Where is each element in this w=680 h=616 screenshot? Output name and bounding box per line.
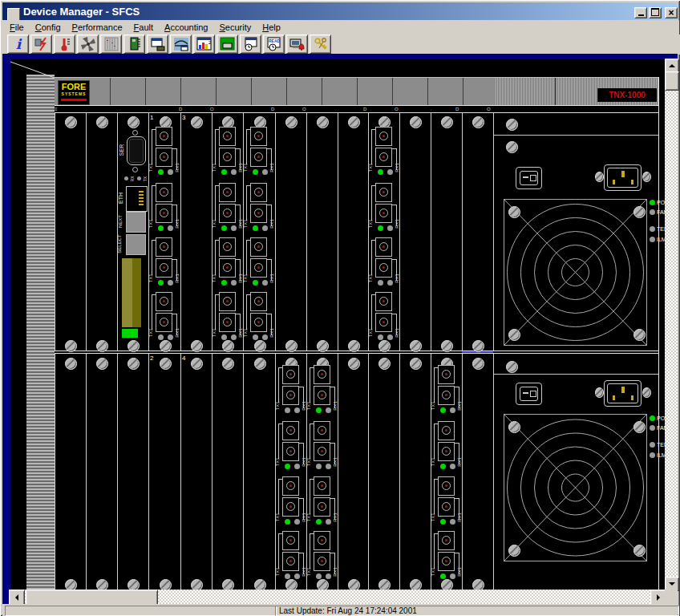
fiber-connector[interactable] [156, 148, 172, 167]
menu-performance[interactable]: Performance [67, 21, 128, 34]
fiber-connector[interactable] [156, 292, 172, 311]
port-module[interactable]: TX1RX1 [369, 183, 399, 233]
toolbar-button-read-timer[interactable]: READ [263, 34, 285, 54]
fiber-connector[interactable] [250, 313, 267, 332]
toolbar-button-security-keys[interactable] [310, 34, 331, 54]
scroll-left-button[interactable] [9, 590, 25, 606]
slot-lower-14[interactable] [463, 354, 493, 590]
slot-upper-10[interactable] [338, 113, 369, 351]
vertical-scroll-thumb[interactable] [665, 71, 679, 91]
toolbar-button-statistics[interactable]: 2 [193, 34, 215, 54]
port-module[interactable]: TX1RX1 [212, 237, 242, 287]
port-module[interactable]: TX1RX1 [276, 421, 306, 471]
scroll-right-button[interactable] [650, 590, 666, 606]
port-module[interactable]: TX1RX1 [244, 237, 273, 287]
fiber-connector[interactable] [282, 497, 299, 517]
slot-lower-7[interactable] [244, 354, 274, 590]
toolbar-button-connection[interactable] [30, 34, 52, 54]
slot-lower-12[interactable] [400, 354, 431, 590]
fiber-connector[interactable] [156, 237, 172, 257]
slot-lower-5[interactable] [181, 354, 212, 590]
port-module[interactable]: TX1RX1 [276, 365, 306, 415]
port-module[interactable]: TX1RX1 [212, 127, 242, 176]
fiber-connector[interactable] [438, 365, 455, 384]
fiber-connector[interactable] [219, 313, 236, 332]
fiber-connector[interactable] [375, 313, 392, 332]
fiber-connector[interactable] [375, 183, 392, 202]
port-module[interactable]: TX1RX1 [149, 127, 179, 176]
fiber-connector[interactable] [282, 552, 299, 571]
power-switch[interactable] [516, 167, 542, 189]
fiber-connector[interactable] [375, 127, 392, 146]
fiber-connector[interactable] [375, 258, 392, 278]
fiber-connector[interactable] [314, 386, 330, 405]
port-module[interactable]: TX1RX1 [431, 365, 461, 415]
fiber-connector[interactable] [250, 204, 267, 223]
fiber-connector[interactable] [438, 386, 455, 405]
horizontal-scroll-thumb[interactable] [26, 590, 158, 606]
fiber-connector[interactable] [438, 531, 455, 550]
slot-upper-14[interactable] [463, 113, 493, 351]
menu-accounting[interactable]: Accounting [159, 21, 213, 34]
menu-fault[interactable]: Fault [128, 21, 159, 34]
toolbar-button-temperature[interactable] [54, 34, 75, 54]
fiber-connector[interactable] [375, 204, 392, 223]
fiber-connector[interactable] [219, 204, 236, 223]
toolbar-button-fan[interactable] [77, 34, 99, 54]
port-module[interactable]: TX1RX1 [431, 476, 461, 526]
fiber-connector[interactable] [438, 442, 455, 461]
fiber-connector[interactable] [156, 313, 172, 332]
slot-lower-4[interactable] [149, 354, 180, 590]
app-icon[interactable] [7, 8, 20, 21]
fiber-connector[interactable] [282, 421, 299, 440]
toolbar-button-timer[interactable] [240, 34, 261, 54]
toolbar-button-module[interactable] [123, 34, 145, 54]
horizontal-scrollbar[interactable] [9, 590, 665, 604]
fiber-connector[interactable] [219, 237, 236, 257]
port-module[interactable]: TX1RX1 [276, 531, 306, 581]
port-module[interactable]: TX1RX1 [212, 183, 242, 233]
fiber-connector[interactable] [314, 476, 330, 496]
port-module[interactable]: TX1RX1 [369, 127, 399, 176]
toolbar-button-console[interactable] [217, 34, 238, 54]
port-module[interactable]: TX1RX1 [149, 237, 179, 287]
fiber-connector[interactable] [250, 148, 267, 167]
port-module[interactable]: TX1RX1 [244, 127, 273, 176]
fiber-connector[interactable] [314, 365, 330, 384]
fiber-connector[interactable] [156, 183, 172, 202]
fiber-connector[interactable] [438, 497, 455, 517]
slot-lower-2[interactable] [87, 354, 117, 590]
menu-config[interactable]: Config [30, 21, 67, 34]
fiber-connector[interactable] [282, 365, 299, 384]
fiber-connector[interactable] [156, 258, 172, 278]
port-module[interactable]: TX1RX1 [307, 476, 337, 526]
fiber-connector[interactable] [250, 292, 267, 311]
next-button[interactable] [126, 212, 146, 233]
toolbar-button-alarm[interactable] [286, 34, 308, 54]
fiber-connector[interactable] [250, 258, 267, 278]
fiber-connector[interactable] [314, 531, 330, 550]
fiber-connector[interactable] [282, 476, 299, 496]
port-module[interactable]: TX1RX1 [431, 531, 461, 581]
port-module[interactable]: TX1RX1 [307, 365, 337, 415]
fiber-connector[interactable] [219, 183, 236, 202]
minimize-button[interactable] [634, 7, 647, 18]
fiber-connector[interactable] [219, 258, 236, 278]
slot-lower-10[interactable] [338, 354, 369, 590]
slot-upper-12[interactable] [400, 113, 431, 351]
menu-security[interactable]: Security [213, 21, 257, 34]
slot-upper-5[interactable] [181, 113, 212, 351]
fiber-connector[interactable] [375, 292, 392, 311]
fiber-connector[interactable] [282, 531, 299, 550]
fiber-connector[interactable] [438, 552, 455, 571]
toolbar-button-info[interactable]: i [7, 34, 29, 54]
fiber-connector[interactable] [314, 497, 330, 517]
slot-upper-9[interactable] [307, 113, 338, 351]
fiber-connector[interactable] [250, 127, 267, 146]
port-module[interactable]: TX1RX1 [212, 292, 242, 342]
fiber-connector[interactable] [156, 127, 172, 146]
toolbar-button-backplane[interactable] [100, 34, 122, 54]
slot-lower-1[interactable] [55, 354, 86, 590]
fiber-connector[interactable] [314, 552, 330, 571]
fiber-connector[interactable] [282, 386, 299, 405]
